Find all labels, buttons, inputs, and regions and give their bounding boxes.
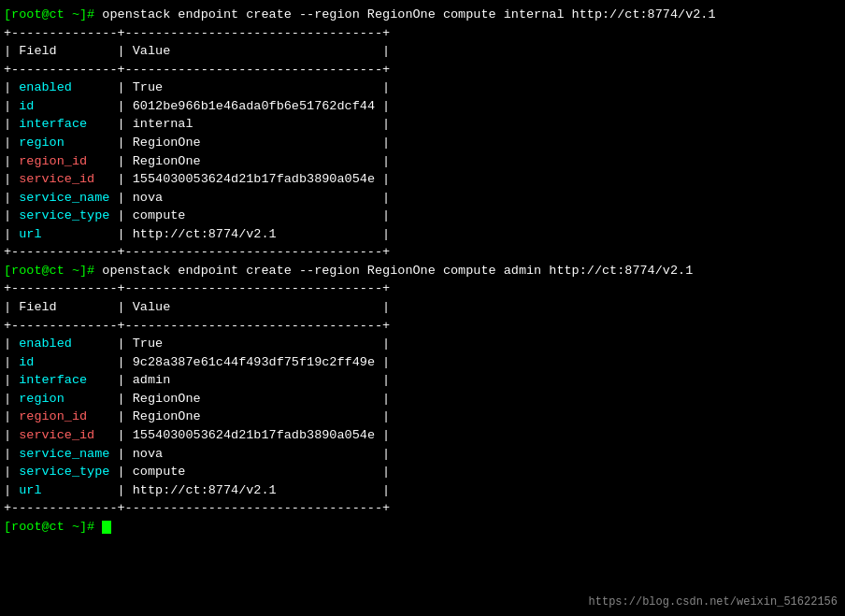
field-cell: region_id: [19, 409, 109, 423]
field-cell: enabled: [19, 337, 109, 351]
row-pipe: |: [4, 465, 19, 479]
table-row: | region | RegionOne |: [4, 134, 841, 152]
command-1: openstack endpoint create --region Regio…: [102, 264, 693, 278]
field-cell: service_type: [19, 208, 109, 222]
table-row: | interface | internal |: [4, 115, 841, 134]
value-cell: internal: [133, 117, 375, 131]
command-0: openstack endpoint create --region Regio…: [102, 7, 715, 21]
terminal: [root@ct ~]# openstack endpoint create -…: [0, 0, 845, 616]
row-end: |: [375, 337, 390, 351]
table-row: | region_id | RegionOne |: [4, 152, 841, 171]
cursor: [102, 521, 111, 534]
value-header: | Value |: [118, 44, 391, 58]
final-prompt-line: [root@ct ~]#: [4, 518, 841, 537]
row-end: |: [375, 208, 390, 222]
row-end: |: [375, 191, 390, 205]
row-end: |: [375, 373, 390, 387]
row-pipe: |: [4, 208, 19, 222]
table-row: | service_type | compute |: [4, 207, 841, 225]
row-pipe: |: [4, 154, 19, 168]
row-sep: |: [109, 483, 132, 497]
field-cell: interface: [19, 373, 109, 387]
value-cell: nova: [133, 191, 375, 205]
row-sep: |: [109, 428, 132, 442]
row-pipe: |: [4, 117, 19, 131]
table-row: | id | 6012be966b1e46ada0fb6e51762dcf44 …: [4, 97, 841, 116]
field-cell: url: [19, 227, 109, 241]
value-cell: 9c28a387e61c44f493df75f19c2ff49e: [133, 355, 375, 369]
row-sep: |: [109, 337, 132, 351]
field-cell: service_id: [19, 172, 109, 186]
value-cell: http://ct:8774/v2.1: [133, 227, 375, 241]
row-end: |: [375, 447, 390, 461]
field-header: | Field: [4, 300, 118, 314]
row-pipe: |: [4, 337, 19, 351]
divider-mid-1: +--------------+------------------------…: [4, 317, 841, 336]
row-end: |: [375, 465, 390, 479]
field-cell: region: [19, 136, 109, 150]
value-cell: admin: [133, 373, 375, 387]
row-end: |: [375, 154, 390, 168]
row-pipe: |: [4, 428, 19, 442]
field-cell: id: [19, 99, 109, 113]
row-end: |: [375, 172, 390, 186]
value-cell: RegionOne: [133, 392, 375, 406]
row-end: |: [375, 136, 390, 150]
row-end: |: [375, 409, 390, 423]
table-row: | enabled | True |: [4, 79, 841, 97]
final-prompt: [root@ct ~]#: [4, 520, 102, 534]
row-sep: |: [109, 99, 132, 113]
cmd-line-0: [root@ct ~]# openstack endpoint create -…: [4, 6, 841, 24]
row-pipe: |: [4, 373, 19, 387]
field-cell: service_type: [19, 465, 109, 479]
watermark: https://blog.csdn.net/weixin_51622156: [589, 595, 838, 609]
row-pipe: |: [4, 191, 19, 205]
field-cell: service_name: [19, 447, 109, 461]
row-end: |: [375, 80, 390, 94]
row-sep: |: [109, 191, 132, 205]
table-row: | region_id | RegionOne |: [4, 408, 841, 426]
row-end: |: [375, 428, 390, 442]
prompt-0: [root@ct ~]#: [4, 7, 102, 21]
table-row: | url | http://ct:8774/v2.1 |: [4, 225, 841, 244]
table-row: | service_name | nova |: [4, 189, 841, 208]
value-cell: 6012be966b1e46ada0fb6e51762dcf44: [133, 99, 375, 113]
row-end: |: [375, 483, 390, 497]
table-row: | interface | admin |: [4, 371, 841, 390]
value-cell: nova: [133, 447, 375, 461]
divider-mid-0: +--------------+------------------------…: [4, 61, 841, 79]
row-pipe: |: [4, 392, 19, 406]
table-row: | enabled | True |: [4, 335, 841, 353]
field-cell: id: [19, 355, 109, 369]
value-cell: RegionOne: [133, 154, 375, 168]
field-cell: region_id: [19, 154, 109, 168]
row-sep: |: [109, 447, 132, 461]
field-cell: service_id: [19, 428, 109, 442]
divider-top-0: +--------------+------------------------…: [4, 24, 841, 43]
table-row: | service_id | 1554030053624d21b17fadb38…: [4, 170, 841, 189]
row-sep: |: [109, 373, 132, 387]
field-cell: region: [19, 392, 109, 406]
table-header-1: | Field | Value |: [4, 298, 841, 317]
value-cell: 1554030053624d21b17fadb3890a054e: [133, 428, 375, 442]
row-sep: |: [109, 136, 132, 150]
row-pipe: |: [4, 447, 19, 461]
value-cell: 1554030053624d21b17fadb3890a054e: [133, 172, 375, 186]
row-end: |: [375, 355, 390, 369]
table-row: | service_name | nova |: [4, 445, 841, 464]
value-cell: compute: [133, 465, 375, 479]
row-pipe: |: [4, 227, 19, 241]
table-row: | service_id | 1554030053624d21b17fadb38…: [4, 426, 841, 445]
row-end: |: [375, 227, 390, 241]
value-cell: True: [133, 337, 375, 351]
row-sep: |: [109, 154, 132, 168]
table-header-0: | Field | Value |: [4, 42, 841, 61]
row-sep: |: [109, 117, 132, 131]
value-cell: compute: [133, 208, 375, 222]
row-pipe: |: [4, 99, 19, 113]
row-pipe: |: [4, 483, 19, 497]
row-pipe: |: [4, 80, 19, 94]
row-pipe: |: [4, 355, 19, 369]
divider-top-1: +--------------+------------------------…: [4, 279, 841, 298]
row-end: |: [375, 99, 390, 113]
